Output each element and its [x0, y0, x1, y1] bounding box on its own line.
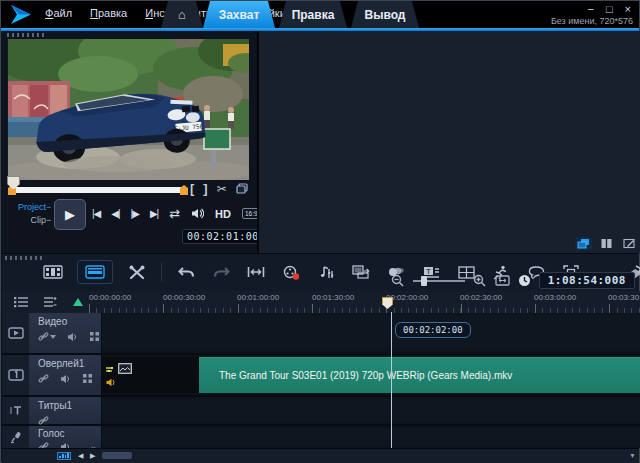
project-duration-icon[interactable] — [518, 274, 531, 287]
tab-capture[interactable]: Захват — [203, 1, 275, 28]
scroll-right-button[interactable]: ▶ — [90, 452, 95, 460]
maximize-button[interactable]: □ — [606, 3, 613, 15]
timeline-view-icon[interactable] — [77, 260, 113, 284]
menu-file[interactable]: Файл — [45, 7, 72, 19]
link-icon[interactable] — [38, 415, 49, 426]
photo-icon — [118, 363, 132, 374]
play-button[interactable]: ▶ — [54, 199, 86, 230]
trim-track[interactable] — [10, 187, 186, 193]
scroll-left-button[interactable]: ◀ — [78, 452, 83, 460]
mark-in-button[interactable]: [ — [190, 181, 194, 196]
clip-mode-label[interactable]: Clip− — [18, 214, 51, 227]
video-track-content[interactable] — [102, 313, 640, 353]
close-button[interactable]: × — [625, 3, 631, 15]
playhead-tooltip: 00:02:02:00 — [395, 322, 471, 338]
panel-grip-handle[interactable] — [7, 33, 45, 37]
playback-mode: Project− Clip− — [18, 201, 51, 227]
mute-icon[interactable] — [60, 374, 71, 384]
home-tab[interactable]: ⌂ — [161, 1, 203, 28]
window-controls: − □ × — [587, 3, 631, 15]
track-manager-icon[interactable] — [14, 296, 29, 308]
voice-track-content[interactable] — [102, 426, 640, 448]
mark-out-button[interactable]: ] — [203, 181, 207, 196]
link-icon[interactable] — [38, 331, 56, 342]
toolbar-divider — [161, 263, 162, 281]
project-mode-label[interactable]: Project− — [18, 201, 51, 214]
overlay-track-header[interactable]: Оверлей1 — [2, 355, 101, 395]
zoom-out-icon[interactable] — [391, 274, 405, 287]
link-icon[interactable] — [38, 373, 49, 384]
step-forward-button[interactable]: |▶ — [131, 208, 139, 219]
go-start-button[interactable]: |◀ — [92, 208, 100, 219]
ruler-label: 00:01:30:00 — [312, 293, 354, 302]
scrollbar-thumb[interactable] — [102, 452, 132, 459]
edit-panel-button[interactable] — [621, 237, 638, 250]
track-list-icon[interactable] — [43, 296, 58, 308]
title-track-header[interactable]: Титры1 — [2, 397, 101, 424]
scroll-down-button[interactable]: ▼ — [629, 452, 636, 459]
timeline-clip[interactable]: The Grand Tour S03E01 (2019) 720p WEBRip… — [102, 357, 640, 393]
fit-timeline-icon[interactable] — [495, 275, 510, 286]
zoom-slider[interactable] — [413, 280, 465, 282]
ruler-label: 00:01:00:00 — [237, 293, 279, 302]
ruler-label: 00:02:30:00 — [460, 293, 502, 302]
record-capture-icon[interactable] — [280, 261, 302, 283]
video-track-header[interactable]: Видео — [2, 313, 101, 353]
waveform-mini-icon[interactable] — [57, 452, 71, 460]
overlay-track-icon — [2, 355, 29, 395]
zoom-controls: 1:08:54:008 — [391, 272, 635, 289]
menu-edit[interactable]: Правка — [90, 7, 127, 19]
mute-icon[interactable] — [67, 332, 78, 342]
custom-attr-icon — [106, 366, 115, 374]
voice-track-header[interactable]: Голос ⌄ — [2, 426, 101, 448]
video-frame: F·JU 750 — [8, 39, 249, 180]
app-logo-icon — [9, 4, 35, 25]
preview-panel: F·JU 750 [ ] ✂ — [2, 31, 255, 253]
tools-icon[interactable] — [126, 261, 148, 283]
clip-body[interactable]: The Grand Tour S03E01 (2019) 720p WEBRip… — [199, 357, 640, 393]
voice-track-icon — [2, 426, 29, 448]
track-header-toolbar — [2, 291, 98, 313]
fx-mosaic-icon[interactable] — [82, 373, 93, 384]
batch-convert-icon[interactable] — [350, 261, 372, 283]
tab-edit[interactable]: Правка — [279, 1, 347, 28]
toolbar-grip-handle[interactable] — [5, 256, 43, 260]
undo-icon[interactable] — [175, 261, 197, 283]
track-name: Видео — [38, 316, 101, 327]
capture-panel — [257, 31, 640, 253]
split-clip-button[interactable]: ✂ — [217, 182, 227, 196]
track-video: Видео — [2, 313, 640, 353]
trim-bar[interactable] — [8, 184, 188, 196]
track-title: Титры1 — [2, 397, 640, 424]
minimize-button[interactable]: − — [587, 3, 593, 15]
ruler-label: 00:03:00:00 — [534, 293, 576, 302]
sound-mixer-icon[interactable] — [315, 261, 337, 283]
video-track-icon — [2, 313, 29, 353]
redo-icon[interactable] — [210, 261, 232, 283]
loop-button[interactable]: ⇄ — [169, 206, 180, 221]
storyboard-view-icon[interactable] — [42, 261, 64, 283]
timeline-ruler[interactable]: 00:00:00:00 00:00:30:00 00:01:00:00 00:0… — [86, 291, 640, 313]
fit-project-icon[interactable] — [245, 261, 267, 283]
go-end-button[interactable]: ▶| — [150, 208, 158, 219]
zoom-slider-thumb[interactable] — [421, 276, 427, 286]
ruler-label: 00:00:00:00 — [89, 293, 131, 302]
tab-share[interactable]: Вывод — [351, 1, 419, 28]
track-overlay: The Grand Tour S03E01 (2019) 720p WEBRip… — [2, 355, 640, 395]
playhead-line[interactable] — [391, 312, 392, 448]
grab-frame-button[interactable] — [236, 183, 248, 194]
library-panel-button[interactable] — [598, 237, 615, 250]
home-icon: ⌂ — [178, 7, 186, 22]
fx-mosaic-icon[interactable] — [89, 331, 100, 342]
panel-switch-bar — [575, 237, 638, 250]
dual-view-button[interactable] — [575, 237, 592, 250]
zoom-in-icon[interactable] — [473, 274, 487, 287]
title-bar: Файл Правка Инструменты Настройки ⌂ Захв… — [1, 1, 639, 28]
hd-preview-button[interactable]: HD — [215, 208, 231, 220]
overlay-track-content[interactable]: The Grand Tour S03E01 (2019) 720p WEBRip… — [102, 355, 640, 395]
title-track-content[interactable] — [102, 397, 640, 424]
volume-button[interactable] — [191, 208, 204, 219]
step-back-button[interactable]: ◀| — [111, 208, 119, 219]
timeline-tracks: Видео — [2, 313, 640, 448]
timeline-toolbar: T — [2, 253, 639, 292]
